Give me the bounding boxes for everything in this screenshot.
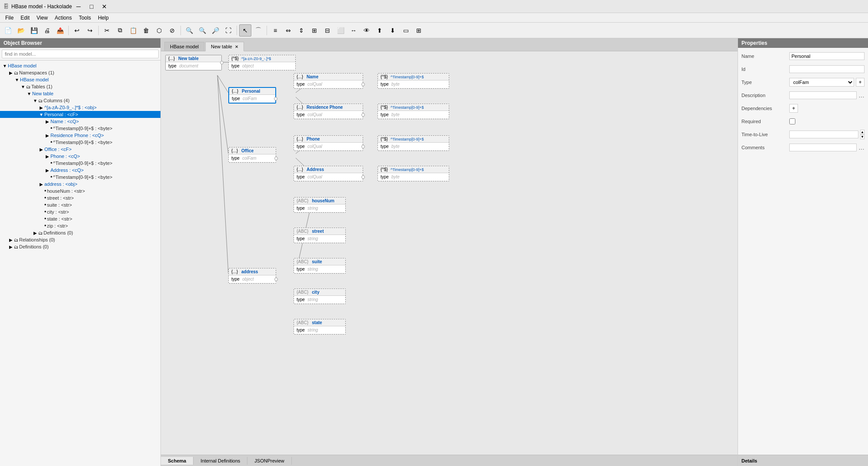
menu-file[interactable]: File — [2, 13, 17, 23]
undo-button[interactable]: ↩ — [71, 24, 83, 37]
clone-button[interactable]: ⬡ — [153, 24, 165, 37]
card-address2-ts[interactable]: {^$} ^Timestamp[0-9]+$ type byte — [377, 166, 449, 181]
menu-edit[interactable]: Edit — [17, 13, 33, 23]
search-input[interactable] — [2, 50, 159, 58]
prop-input-comments[interactable] — [789, 144, 857, 151]
menu-help[interactable]: Help — [94, 13, 112, 23]
card-name[interactable]: {...} Name type colQual — [294, 73, 363, 89]
card-personal[interactable]: {...} Personal type colFam — [228, 87, 276, 104]
card-residence-ts[interactable]: {^$} ^Timestamp[0-9]+$ type byte — [377, 104, 449, 119]
select-tool[interactable]: ↖ — [239, 24, 251, 37]
menu-actions[interactable]: Actions — [51, 13, 75, 23]
distribute-h-button[interactable]: ⇔ — [282, 24, 294, 37]
card-phone[interactable]: {...} Phone type colQual — [294, 135, 363, 151]
card-city[interactable]: {ABC} city type string — [294, 288, 346, 304]
fit-button[interactable]: ⛶ — [222, 24, 234, 37]
menu-view[interactable]: View — [33, 13, 51, 23]
card-suite[interactable]: {ABC} suite type string — [294, 258, 346, 274]
tree-item-suite[interactable]: • suite : <str> — [0, 201, 160, 208]
tree-item-definitions[interactable]: ▶ 🗂 Definitions (0) — [0, 229, 160, 236]
tree-item-hbase-model[interactable]: ▼ HBase model — [0, 62, 160, 69]
tree-item-personal[interactable]: ▼ Personal : <cF> — [0, 111, 160, 118]
prop-ttl-up[interactable]: ▲ — [860, 130, 865, 134]
tree-item-residence[interactable]: ▶ Residence Phone : <cQ> — [0, 132, 160, 139]
tab-json-preview[interactable]: JSONPreview — [247, 457, 291, 465]
tree-item-city[interactable]: • city : <str> — [0, 208, 160, 215]
cut-button[interactable]: ✂ — [101, 24, 113, 37]
minimize-button[interactable]: ─ — [72, 0, 85, 13]
prop-comments-expand[interactable]: … — [858, 144, 865, 151]
add-rel-button[interactable]: ↔ — [347, 24, 360, 37]
card-name-ts[interactable]: {^$} ^Timestamp[0-9]+$ type byte — [377, 73, 449, 89]
tree-item-relationships[interactable]: ▶ 🗂 Relationships (0) — [0, 236, 160, 243]
tree-item-address-obj[interactable]: ▶ address : <obj> — [0, 181, 160, 188]
tree-item-phone-ts[interactable]: • ^Timestamp[0-9]+$ : <byte> — [0, 160, 160, 167]
zoom-out-button[interactable]: 🔍 — [196, 24, 208, 37]
tab-schema[interactable]: Schema — [161, 457, 194, 465]
tree-item-office[interactable]: ▶ Office : <cF> — [0, 146, 160, 153]
tree-item-phone[interactable]: ▶ Phone : <cQ> — [0, 153, 160, 160]
card-new-table[interactable]: {...} New table type document — [165, 55, 222, 70]
tree-item-columns[interactable]: ▼ 🗂 Columns (4) — [0, 97, 160, 104]
tree-item-defs-root[interactable]: ▶ 🗂 Definitions (0) — [0, 243, 160, 250]
prop-type-add-button[interactable]: + — [856, 78, 865, 87]
zoom-in-button[interactable]: 🔍 — [183, 24, 195, 37]
tree-item-address-cq[interactable]: ▶ Address : <cQ> — [0, 167, 160, 174]
save-button[interactable]: 💾 — [28, 24, 40, 37]
paste-button[interactable]: 📋 — [127, 24, 139, 37]
tree-item-street[interactable]: • street : <str> — [0, 194, 160, 201]
redo-button[interactable]: ↪ — [84, 24, 96, 37]
tree-item-new-table[interactable]: ▼ New table — [0, 90, 160, 97]
find-button[interactable]: 🔎 — [209, 24, 221, 37]
tree-item-address-ts[interactable]: • ^Timestamp[0-9]+$ : <byte> — [0, 174, 160, 181]
tree-item-zip[interactable]: • zip : <str> — [0, 222, 160, 229]
prop-select-type[interactable]: colFam — [789, 78, 854, 87]
close-button[interactable]: ✕ — [98, 0, 111, 13]
tab-close-icon[interactable]: ✕ — [235, 44, 238, 49]
delete-button[interactable]: 🗑 — [140, 24, 152, 37]
expand-all-button[interactable]: ⊞ — [413, 24, 425, 37]
tree-item-name-ts[interactable]: • ^Timestamp[0-9]+$ : <byte> — [0, 125, 160, 132]
tree-item-tables[interactable]: ▼ 🗂 Tables (1) — [0, 83, 160, 90]
card-office[interactable]: {...} Office type colFam — [228, 147, 276, 163]
connect-tool[interactable]: ⌒ — [252, 24, 264, 37]
add-entity-button[interactable]: ⬜ — [334, 24, 347, 37]
diagram-canvas[interactable]: {...} New table type document {^$} ^[a-z… — [161, 51, 738, 455]
add-view-button[interactable]: 👁 — [361, 24, 373, 37]
prop-checkbox-required[interactable] — [789, 118, 795, 124]
menu-tools[interactable]: Tools — [75, 13, 94, 23]
card-address[interactable]: {...} address type object — [228, 268, 276, 284]
diagram-button[interactable]: ▭ — [400, 24, 412, 37]
up-button[interactable]: ⬆ — [374, 24, 386, 37]
table-button[interactable]: ⊞ — [308, 24, 320, 37]
prop-dependencies-add-button[interactable]: + — [789, 104, 798, 113]
tree-item-housenum[interactable]: • houseNum : <str> — [0, 188, 160, 194]
tab-new-table[interactable]: New table ✕ — [205, 42, 244, 51]
prop-input-description[interactable] — [789, 91, 857, 99]
tab-hbase-model[interactable]: HBase model — [164, 42, 204, 51]
tree-item-hbase-model-ns[interactable]: ▼ HBase model — [0, 76, 160, 83]
card-residence[interactable]: {...} Residence Phone type colQual — [294, 104, 363, 119]
open-button[interactable]: 📂 — [15, 24, 27, 37]
tree-item-state[interactable]: • state : <str> — [0, 215, 160, 222]
tree-item-residence-ts[interactable]: • ^Timestamp[0-9]+$ : <byte> — [0, 139, 160, 146]
restore-button[interactable]: □ — [85, 0, 98, 13]
card-address2[interactable]: {...} Address type colQual — [294, 166, 363, 181]
align-button[interactable]: ≡ — [269, 24, 281, 37]
tree-item-name[interactable]: ▶ Name : <cQ> — [0, 118, 160, 125]
tree-item-namespaces[interactable]: ▶ 🗂 Namespaces (1) — [0, 69, 160, 76]
new-button[interactable]: 📄 — [2, 24, 14, 37]
split-button[interactable]: ⊟ — [321, 24, 334, 37]
copy-button[interactable]: ⧉ — [114, 24, 126, 37]
down-button[interactable]: ⬇ — [387, 24, 399, 37]
prop-description-expand[interactable]: … — [858, 92, 865, 99]
export-button[interactable]: 📤 — [54, 24, 66, 37]
card-phone-ts[interactable]: {^$} ^Timestamp[0-9]+$ type byte — [377, 135, 449, 151]
card-state[interactable]: {ABC} state type string — [294, 319, 346, 335]
card-row-key[interactable]: {^$} ^[a-zA-Z0-9_-.]*$ type object — [228, 55, 296, 70]
card-housenum[interactable]: {ABC} houseNum type string — [294, 197, 346, 213]
print-button[interactable]: 🖨 — [41, 24, 53, 37]
distribute-v-button[interactable]: ⇕ — [295, 24, 307, 37]
prop-input-name[interactable] — [789, 52, 865, 60]
card-street[interactable]: {ABC} street type string — [294, 228, 346, 243]
